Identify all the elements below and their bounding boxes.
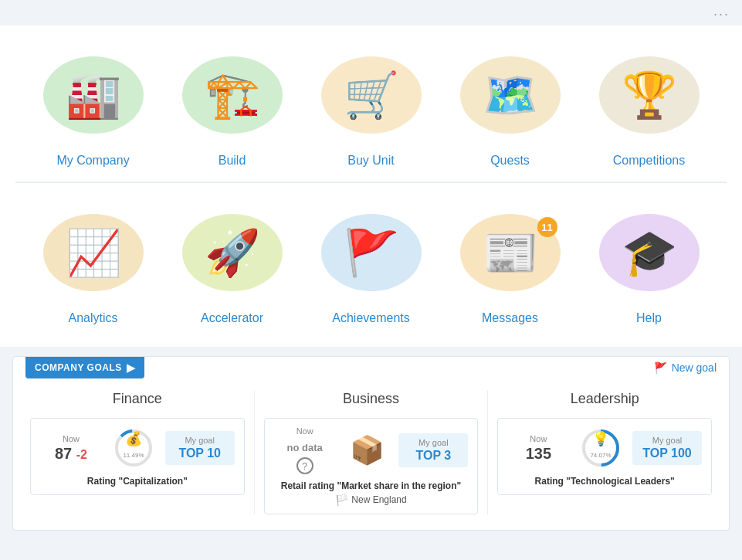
goal-progress-svg-finance: 💰11.49% bbox=[112, 426, 155, 470]
nav-icon-wrapper-quests: 🗺️ bbox=[452, 41, 568, 149]
goal-col-title-finance: Finance bbox=[30, 391, 245, 407]
nav-icon-wrapper-help: 🎓 bbox=[591, 199, 707, 307]
nav-icon-bg-buy-unit: 🛒 bbox=[321, 56, 422, 134]
nav-icon-bg-quests: 🗺️ bbox=[460, 56, 561, 134]
goals-title-tag[interactable]: COMPANY GOALS ▶ bbox=[25, 357, 144, 378]
nav-icon-bg-accelerator: 🚀 bbox=[182, 214, 283, 291]
goal-card-finance: Now87 -2💰11.49%My goalTOP 10Rating "Capi… bbox=[30, 418, 245, 495]
goals-columns: FinanceNow87 -2💰11.49%My goalTOP 10Ratin… bbox=[13, 391, 729, 514]
goal-icon-emoji-business: 📦 bbox=[350, 436, 385, 464]
nav-icon-bg-messages: 📰11 bbox=[460, 214, 561, 291]
nav-icon-emoji-accelerator: 🚀 bbox=[205, 226, 260, 279]
goal-nodata-qmark-business: ? bbox=[296, 457, 313, 474]
goal-rating-label-leadership: Rating "Technological Leaders" bbox=[507, 476, 702, 487]
goal-now-value-leadership: 135 bbox=[507, 445, 569, 462]
goal-now-box-business: Nowno data? bbox=[274, 426, 336, 474]
nav-icon-emoji-my-company: 🏭 bbox=[66, 69, 121, 121]
goal-my-value-business: TOP 3 bbox=[405, 449, 462, 463]
nav-label-competitions: Competitions bbox=[613, 154, 685, 168]
nav-icon-emoji-messages: 📰 bbox=[483, 226, 538, 279]
nav-label-achievements: Achievements bbox=[332, 311, 410, 325]
goal-region-business: 🏳️New England bbox=[274, 494, 469, 506]
nav-label-accelerator: Accelerator bbox=[201, 311, 263, 325]
nav-label-messages: Messages bbox=[482, 311, 538, 325]
goal-my-label-finance: My goal bbox=[171, 436, 229, 445]
goal-card-leadership: Now135💡74.07%My goalTOP 100Rating "Techn… bbox=[497, 418, 712, 495]
nav-icon-wrapper-my-company: 🏭 bbox=[36, 41, 151, 149]
goals-title-text: COMPANY GOALS bbox=[35, 362, 122, 373]
goal-rating-label-business: Retail rating "Market share in the regio… bbox=[274, 480, 469, 491]
goal-card-inner-leadership: Now135💡74.07%My goalTOP 100 bbox=[507, 426, 702, 470]
nav-icon-wrapper-build: 🏗️ bbox=[174, 41, 290, 149]
nav-item-competitions[interactable]: 🏆Competitions bbox=[580, 33, 719, 174]
goal-my-box-leadership: My goalTOP 100 bbox=[632, 431, 702, 465]
goal-rating-label-finance: Rating "Capitalization" bbox=[40, 476, 235, 487]
nav-label-help: Help bbox=[636, 311, 662, 325]
goal-col-title-business: Business bbox=[264, 391, 479, 407]
goal-card-business: Nowno data?📦My goalTOP 3Retail rating "M… bbox=[264, 418, 479, 514]
goal-region-text-business: New England bbox=[351, 494, 406, 505]
nav-divider bbox=[15, 182, 727, 183]
nav-item-quests[interactable]: 🗺️Quests bbox=[441, 33, 580, 174]
goal-icon-center-finance: 💰11.49% bbox=[108, 426, 159, 470]
new-goal-label: New goal bbox=[672, 361, 717, 374]
goal-icon-center-leadership: 💡74.07% bbox=[575, 426, 626, 470]
nav-icon-wrapper-buy-unit: 🛒 bbox=[313, 41, 429, 149]
nav-icon-emoji-quests: 🗺️ bbox=[483, 69, 538, 121]
nav-item-my-company[interactable]: 🏭My Company bbox=[24, 33, 163, 174]
goal-icon-center-business: 📦 bbox=[342, 436, 393, 464]
nav-item-achievements[interactable]: 🚩Achievements bbox=[302, 191, 441, 331]
nav-icon-emoji-analytics: 📈 bbox=[66, 226, 121, 279]
nav-item-accelerator[interactable]: 🚀Accelerator bbox=[163, 191, 302, 331]
nav-icon-wrapper-accelerator: 🚀 bbox=[174, 199, 290, 307]
goal-now-box-leadership: Now135 bbox=[507, 434, 569, 462]
nav-icon-emoji-achievements: 🚩 bbox=[344, 226, 399, 279]
nav-item-buy-unit[interactable]: 🛒Buy Unit bbox=[302, 33, 441, 174]
goal-col-title-leadership: Leadership bbox=[497, 391, 712, 407]
nav-item-analytics[interactable]: 📈Analytics bbox=[24, 191, 163, 331]
goals-title-arrow: ▶ bbox=[127, 361, 136, 374]
goal-now-box-finance: Now87 -2 bbox=[40, 434, 102, 462]
svg-text:11.49%: 11.49% bbox=[123, 452, 144, 459]
nav-icon-bg-my-company: 🏭 bbox=[43, 56, 144, 134]
goal-progress-svg-leadership: 💡74.07% bbox=[579, 426, 622, 470]
new-goal-button[interactable]: 🚩 New goal bbox=[654, 361, 717, 374]
top-dots: ··· bbox=[0, 0, 742, 25]
nav-icon-wrapper-messages: 📰11 bbox=[452, 199, 568, 307]
goal-card-inner-business: Nowno data?📦My goalTOP 3 bbox=[274, 426, 469, 474]
nav-icon-bg-analytics: 📈 bbox=[43, 214, 144, 291]
new-goal-flag-icon: 🚩 bbox=[654, 361, 667, 374]
nav-icon-wrapper-achievements: 🚩 bbox=[313, 199, 429, 307]
nav-icon-bg-build: 🏗️ bbox=[182, 56, 283, 134]
goal-my-box-finance: My goalTOP 10 bbox=[165, 431, 235, 465]
nav-row-2: 📈Analytics🚀Accelerator🚩Achievements📰11Me… bbox=[15, 191, 727, 331]
nav-icon-bg-achievements: 🚩 bbox=[321, 214, 422, 291]
goal-region-flag-business: 🏳️ bbox=[335, 494, 348, 506]
nav-icon-emoji-help: 🎓 bbox=[622, 226, 677, 279]
svg-text:74.07%: 74.07% bbox=[591, 452, 612, 459]
goal-my-label-business: My goal bbox=[405, 438, 462, 447]
goal-my-label-leadership: My goal bbox=[639, 436, 696, 445]
nav-grid: 🏭My Company🏗️Build🛒Buy Unit🗺️Quests🏆Comp… bbox=[0, 25, 742, 347]
nav-icon-bg-competitions: 🏆 bbox=[599, 56, 700, 134]
nav-row-1: 🏭My Company🏗️Build🛒Buy Unit🗺️Quests🏆Comp… bbox=[15, 33, 727, 174]
nav-item-build[interactable]: 🏗️Build bbox=[163, 33, 302, 174]
goal-my-value-finance: TOP 10 bbox=[171, 446, 229, 460]
nav-item-messages[interactable]: 📰11Messages bbox=[441, 191, 580, 331]
nav-label-analytics: Analytics bbox=[68, 311, 117, 325]
nav-icon-emoji-competitions: 🏆 bbox=[622, 69, 677, 121]
nav-item-help[interactable]: 🎓Help bbox=[580, 191, 719, 331]
goal-now-value-business: no data bbox=[274, 437, 336, 454]
nav-icon-emoji-buy-unit: 🛒 bbox=[344, 69, 399, 121]
goal-now-label-finance: Now bbox=[40, 434, 102, 443]
nav-icon-wrapper-analytics: 📈 bbox=[36, 199, 151, 307]
goals-section: COMPANY GOALS ▶ 🚩 New goal FinanceNow87 … bbox=[12, 356, 730, 531]
nav-icon-wrapper-competitions: 🏆 bbox=[591, 41, 707, 149]
nav-label-buy-unit: Buy Unit bbox=[347, 154, 394, 168]
goals-header: COMPANY GOALS ▶ 🚩 New goal bbox=[13, 357, 729, 378]
goal-now-value-finance: 87 -2 bbox=[40, 445, 102, 462]
goal-col-business: BusinessNowno data?📦My goalTOP 3Retail r… bbox=[255, 391, 489, 514]
goal-my-value-leadership: TOP 100 bbox=[639, 446, 696, 460]
nav-label-quests: Quests bbox=[490, 154, 530, 168]
svg-text:💰: 💰 bbox=[125, 430, 143, 447]
